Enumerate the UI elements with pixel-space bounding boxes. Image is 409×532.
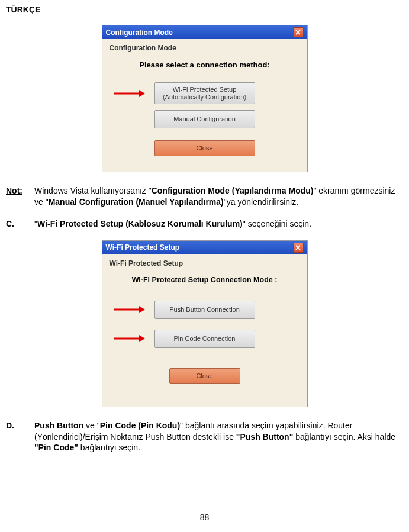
close-icon[interactable]: [293, 243, 304, 253]
dialog-inner-title: Wi-Fi Protected Setup: [110, 259, 301, 267]
arrow-icon: [113, 89, 145, 98]
button-row-push: Push Button Connection: [108, 301, 301, 319]
dialog-prompt: Wi-Fi Protected Setup Connection Mode :: [108, 276, 301, 284]
stepd-t1: ve ": [83, 421, 100, 430]
arrow-icon: [113, 334, 145, 343]
step-c-text: "Wi-Fi Protected Setup (Kablosuz Korumal…: [34, 218, 403, 230]
note-t1: Windows Vista kullanıyorsanız ": [34, 186, 152, 195]
dialog-title: Configuration Mode: [106, 28, 173, 37]
wps-auto-line1: Wi-Fi Protected Setup: [159, 86, 251, 93]
stepd-t3: bağlantıyı seçin. Aksi halde: [293, 432, 395, 441]
button-row-manual: Manual Configuration: [108, 110, 301, 128]
dialog-titlebar: Configuration Mode: [102, 25, 307, 39]
svg-marker-1: [139, 90, 145, 97]
note-text: Windows Vista kullanıyorsanız "Configura…: [34, 185, 403, 208]
step-d-paragraph: D. Push Button ve "Pin Code (Pin Kodu)" …: [6, 420, 403, 454]
push-button-connection-button[interactable]: Push Button Connection: [154, 301, 255, 319]
language-header: TÜRKÇE: [6, 5, 403, 14]
button-row-pin: Pin Code Connection: [108, 330, 301, 348]
note-t3: "ya yönlendirilirsiniz.: [224, 197, 298, 207]
stepd-b3: "Pin Code": [34, 443, 78, 452]
step-c-label: C.: [6, 218, 34, 230]
wps-auto-line2: (Automatically Configuration): [159, 93, 251, 101]
svg-marker-3: [139, 306, 145, 313]
dialog-body: Configuration Mode Please select a conne…: [102, 39, 307, 172]
note-paragraph: Not: Windows Vista kullanıyorsanız "Conf…: [6, 185, 403, 208]
wps-auto-button[interactable]: Wi-Fi Protected Setup (Automatically Con…: [154, 82, 255, 104]
step-c-paragraph: C. "Wi-Fi Protected Setup (Kablosuz Koru…: [6, 218, 403, 230]
page-number: 88: [6, 512, 403, 522]
dialog-body: Wi-Fi Protected Setup Wi-Fi Protected Se…: [102, 254, 307, 407]
close-button[interactable]: Close: [169, 368, 240, 384]
pin-code-connection-button[interactable]: Pin Code Connection: [154, 330, 255, 348]
stepd-b2: "Push Button": [236, 432, 293, 441]
dialog2-container: Wi-Fi Protected Setup Wi-Fi Protected Se…: [6, 240, 403, 407]
stepd-b1: Pin Code (Pin Kodu): [100, 421, 180, 430]
stepc-b1: Wi-Fi Protected Setup (Kablosuz Korumalı…: [37, 219, 243, 228]
note-b2: Manual Configuration (Manuel Yapılandırm…: [49, 197, 224, 207]
arrow-icon: [113, 305, 145, 314]
manual-config-button[interactable]: Manual Configuration: [154, 110, 255, 128]
close-icon[interactable]: [293, 27, 304, 37]
svg-marker-5: [139, 335, 145, 342]
note-b1: Configuration Mode (Yapılandırma Modu): [152, 186, 314, 195]
stepd-b0: Push Button: [34, 421, 83, 430]
dialog-inner-title: Configuration Mode: [110, 44, 301, 52]
dialog-title: Wi-Fi Protected Setup: [106, 243, 180, 252]
close-button[interactable]: Close: [154, 140, 255, 156]
dialog-prompt: Please select a connection method:: [108, 60, 301, 69]
wps-dialog: Wi-Fi Protected Setup Wi-Fi Protected Se…: [102, 240, 308, 407]
config-mode-dialog: Configuration Mode Configuration Mode Pl…: [102, 25, 308, 172]
button-row-close: Close: [108, 368, 301, 384]
step-d-text: Push Button ve "Pin Code (Pin Kodu)" bağ…: [34, 420, 403, 454]
button-row-wps: Wi-Fi Protected Setup (Automatically Con…: [108, 82, 301, 104]
dialog-titlebar: Wi-Fi Protected Setup: [102, 241, 307, 254]
stepc-t2: " seçeneğini seçin.: [243, 219, 311, 228]
stepd-t4: bağlantıyı seçin.: [78, 443, 140, 452]
button-row-close: Close: [108, 140, 301, 156]
dialog1-container: Configuration Mode Configuration Mode Pl…: [6, 25, 403, 172]
step-d-label: D.: [6, 420, 34, 431]
note-label: Not:: [6, 185, 34, 196]
